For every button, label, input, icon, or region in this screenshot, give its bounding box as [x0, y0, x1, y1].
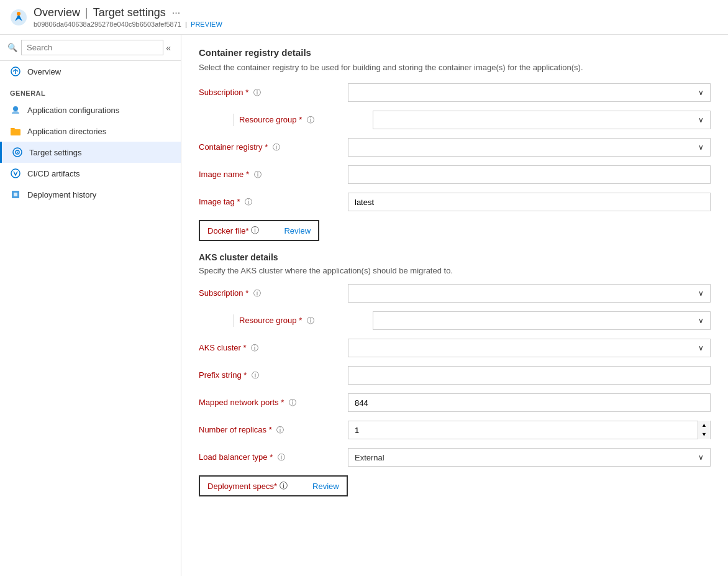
sidebar-general-label: General	[0, 82, 181, 99]
chevron-down-icon: ∨	[698, 344, 704, 352]
image-name-row: Image name * ⓘ	[199, 165, 711, 184]
deployment-specs-info-icon[interactable]: ⓘ	[280, 480, 288, 491]
docker-file-box: Docker file * ⓘ Review	[199, 220, 319, 241]
sidebar-item-app-dirs[interactable]: Application directories	[0, 121, 181, 142]
image-tag-input[interactable]	[348, 193, 711, 211]
sidebar-item-cicd-label: CI/CD artifacts	[27, 169, 80, 178]
docker-file-review-link[interactable]: Review	[284, 226, 311, 235]
deployment-specs-review-link[interactable]: Review	[312, 482, 339, 491]
replicas-control: ▲ ▼	[348, 421, 711, 439]
replicas-info-icon[interactable]: ⓘ	[276, 426, 284, 434]
subscription-label: Subscription * ⓘ	[199, 88, 348, 98]
number-of-replicas-row: Number of replicas * ⓘ ▲ ▼	[199, 421, 711, 439]
resource-group-label: Resource group * ⓘ	[239, 115, 314, 126]
header-more-button[interactable]: ···	[172, 7, 180, 19]
chevron-down-icon: ∨	[698, 88, 704, 97]
sidebar-item-overview[interactable]: Overview	[0, 61, 181, 82]
deployment-specs-label: Deployment specs	[207, 482, 274, 491]
prefix-string-control	[348, 366, 711, 385]
container-registry-desc: Select the container registry to be used…	[199, 63, 711, 72]
aks-cluster-label: AKS cluster * ⓘ	[199, 343, 348, 354]
resource-group-row: Resource group * ⓘ ∨	[199, 111, 711, 129]
container-registry-section: Container registry details Select the co…	[199, 47, 711, 241]
header-overview: Overview	[34, 6, 80, 19]
image-tag-control	[348, 193, 711, 211]
mapped-ports-info-icon[interactable]: ⓘ	[289, 398, 296, 407]
load-balancer-info-icon[interactable]: ⓘ	[278, 453, 285, 462]
subscription-row: Subscription * ⓘ ∨	[199, 83, 711, 102]
aks-cluster-info-icon[interactable]: ⓘ	[251, 344, 258, 352]
aks-resource-group-info-icon[interactable]: ⓘ	[307, 316, 314, 325]
search-input[interactable]	[21, 40, 163, 55]
header-separator: |	[85, 6, 88, 19]
resource-group-control: ∨	[373, 111, 711, 129]
chevron-down-icon: ∨	[698, 453, 704, 462]
sidebar-item-deployment-label: Deployment history	[27, 190, 96, 199]
aks-subscription-dropdown[interactable]: ∨	[348, 284, 711, 303]
sidebar: 🔍 « Overview General Application configu…	[0, 35, 181, 576]
svg-point-8	[17, 152, 18, 153]
aks-subscription-info-icon[interactable]: ⓘ	[253, 289, 261, 298]
sidebar-item-app-dirs-label: Application directories	[27, 127, 106, 136]
container-registry-info-icon[interactable]: ⓘ	[273, 143, 280, 152]
mapped-ports-input[interactable]	[348, 393, 711, 412]
sidebar-item-target-settings[interactable]: Target settings	[0, 142, 181, 163]
target-settings-icon	[12, 147, 23, 158]
aks-cluster-row: AKS cluster * ⓘ ∨	[199, 339, 711, 357]
cloud-config-icon	[10, 104, 21, 116]
load-balancer-row: Load balancer type * ⓘ External∨	[199, 448, 711, 467]
load-balancer-dropdown[interactable]: External∨	[348, 448, 711, 467]
prefix-string-info-icon[interactable]: ⓘ	[252, 371, 259, 380]
image-name-info-icon[interactable]: ⓘ	[254, 170, 262, 179]
search-bar: 🔍 «	[0, 35, 181, 61]
azure-logo	[10, 9, 27, 26]
replicas-spinners: ▲ ▼	[698, 421, 710, 439]
header: Overview | Target settings ··· b09806da6…	[0, 0, 728, 35]
container-registry-dropdown[interactable]: ∨	[348, 138, 711, 157]
aks-resource-group-dropdown[interactable]: ∨	[373, 311, 711, 330]
header-subtitle: b09806da640638a295278e040c9b6503afef5871…	[34, 21, 222, 28]
docker-file-label: Docker file	[207, 226, 245, 235]
cloud-icon	[10, 66, 21, 77]
resource-id: b09806da640638a295278e040c9b6503afef5871	[34, 21, 181, 28]
replicas-decrement-button[interactable]: ▼	[698, 430, 710, 439]
image-name-label: Image name * ⓘ	[199, 170, 348, 180]
container-registry-control: ∨	[348, 138, 711, 157]
load-balancer-label: Load balancer type * ⓘ	[199, 452, 348, 463]
chevron-down-icon: ∨	[698, 116, 704, 124]
replicas-number-input-wrap: ▲ ▼	[348, 421, 711, 439]
sidebar-item-deployment-history[interactable]: Deployment history	[0, 184, 181, 205]
deployment-icon	[10, 189, 21, 200]
image-name-input[interactable]	[348, 165, 711, 184]
subscription-info-icon[interactable]: ⓘ	[253, 88, 261, 97]
sidebar-item-overview-label: Overview	[27, 67, 61, 76]
aks-cluster-dropdown[interactable]: ∨	[348, 339, 711, 357]
docker-file-row: Docker file * ⓘ Review	[199, 220, 711, 241]
sidebar-item-app-configs[interactable]: Application configurations	[0, 99, 181, 121]
header-page-title: Target settings	[93, 6, 166, 19]
svg-rect-11	[14, 193, 17, 196]
replicas-number-input[interactable]	[348, 423, 698, 438]
main-content: Container registry details Select the co…	[181, 35, 728, 576]
chevron-down-icon: ∨	[698, 289, 704, 298]
chevron-down-icon: ∨	[698, 316, 704, 325]
subscription-dropdown[interactable]: ∨	[348, 83, 711, 102]
aks-resource-group-control: ∨	[373, 311, 711, 330]
docker-file-info-icon[interactable]: ⓘ	[251, 225, 259, 236]
aks-resource-group-label: Resource group * ⓘ	[239, 316, 314, 326]
prefix-string-label: Prefix string * ⓘ	[199, 370, 348, 381]
svg-point-4	[13, 106, 18, 111]
number-of-replicas-label: Number of replicas * ⓘ	[199, 425, 348, 436]
folder-icon	[10, 126, 21, 137]
replicas-increment-button[interactable]: ▲	[698, 421, 710, 430]
collapse-button[interactable]: «	[163, 42, 173, 54]
image-tag-info-icon[interactable]: ⓘ	[245, 198, 252, 206]
resource-group-info-icon[interactable]: ⓘ	[307, 116, 314, 124]
aks-subscription-control: ∨	[348, 284, 711, 303]
sidebar-item-cicd-artifacts[interactable]: CI/CD artifacts	[0, 163, 181, 184]
prefix-string-input[interactable]	[348, 366, 711, 385]
sidebar-item-app-configs-label: Application configurations	[27, 106, 119, 115]
image-tag-row: Image tag * ⓘ	[199, 193, 711, 211]
resource-group-dropdown[interactable]: ∨	[373, 111, 711, 129]
deployment-specs-row: Deployment specs * ⓘ Review	[199, 475, 711, 496]
